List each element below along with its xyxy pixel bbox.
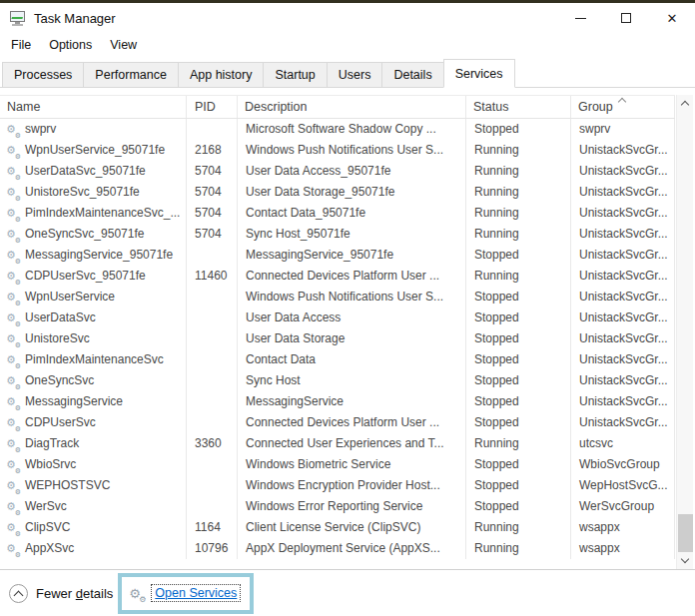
table-row[interactable]: ⚙⚙ WerSvc Windows Error Reporting Servic…	[0, 496, 675, 517]
maximize-button[interactable]	[603, 3, 649, 33]
minimize-icon	[575, 18, 586, 19]
cell-name: ⚙⚙ WerSvc	[0, 496, 187, 517]
tab[interactable]: Users	[328, 62, 383, 88]
cell-pid: 3360	[187, 433, 238, 454]
cell-description: Connected User Experiences and T...	[238, 433, 466, 454]
cell-status: Stopped	[466, 475, 571, 496]
cell-status: Running	[466, 266, 571, 287]
menu-item[interactable]: Options	[40, 35, 101, 55]
tab[interactable]: Details	[382, 62, 443, 88]
menu-item[interactable]: File	[2, 35, 40, 55]
service-gear-icon: ⚙⚙	[6, 415, 21, 430]
cell-group: UnistackSvcGr...	[571, 224, 675, 245]
cell-group: UnistackSvcGr...	[571, 328, 675, 349]
scroll-down-button[interactable]	[677, 552, 694, 569]
service-gear-icon: ⚙⚙	[6, 520, 21, 535]
table-row[interactable]: ⚙⚙ AppXSvc 10796 AppX Deployment Service…	[0, 538, 675, 559]
service-gear-icon: ⚙⚙	[6, 206, 21, 221]
column-header-pid[interactable]: PID	[187, 96, 238, 118]
cell-status: Stopped	[466, 119, 571, 140]
monitor-base-shape	[12, 24, 23, 26]
cell-pid	[187, 287, 238, 308]
table-row[interactable]: ⚙⚙ OneSyncSvc Sync Host Stopped Unistack…	[0, 370, 675, 391]
cell-status: Stopped	[466, 349, 571, 370]
table-row[interactable]: ⚙⚙ UnistoreSvc_95071fe 5704 User Data St…	[0, 182, 675, 203]
cell-pid	[187, 496, 238, 517]
service-gear-icon: ⚙⚙	[6, 478, 21, 493]
cell-name: ⚙⚙ swprv	[0, 119, 187, 140]
column-header-group[interactable]: Group	[571, 96, 675, 118]
minimize-button[interactable]	[557, 3, 603, 33]
column-header-name[interactable]: Name	[0, 96, 187, 118]
service-name: AppXSvc	[25, 538, 74, 559]
window-controls: ✕	[557, 3, 695, 33]
table-row[interactable]: ⚙⚙ CDPUserSvc_95071fe 11460 Connected De…	[0, 266, 675, 287]
fewer-details-toggle[interactable]: Fewer details	[9, 584, 113, 603]
table-row[interactable]: ⚙⚙ swprv Microsoft Software Shadow Copy …	[0, 119, 675, 140]
cell-status: Running	[466, 140, 571, 161]
scroll-up-button[interactable]	[677, 95, 694, 112]
cell-group: wsappx	[571, 517, 675, 538]
column-header-status[interactable]: Status	[466, 96, 571, 118]
cell-description: MessagingService	[238, 391, 466, 412]
service-name: MessagingService	[25, 391, 123, 412]
table-row[interactable]: ⚙⚙ MessagingService MessagingService Sto…	[0, 391, 675, 412]
cell-status: Stopped	[466, 391, 571, 412]
table-row[interactable]: ⚙⚙ MessagingService_95071fe MessagingSer…	[0, 245, 675, 266]
cell-status: Running	[466, 161, 571, 182]
table-row[interactable]: ⚙⚙ WpnUserService_95071fe 2168 Windows P…	[0, 140, 675, 161]
tab[interactable]: App history	[179, 62, 265, 88]
cell-pid	[187, 308, 238, 328]
cell-name: ⚙⚙ UnistoreSvc	[0, 328, 187, 349]
cell-status: Stopped	[466, 287, 571, 308]
table-row[interactable]: ⚙⚙ PimIndexMaintenanceSvc Contact Data S…	[0, 349, 675, 370]
scrollbar-thumb[interactable]	[678, 514, 693, 552]
green-wave-shape	[11, 15, 23, 19]
service-gear-icon: ⚙⚙	[6, 436, 21, 451]
table-row[interactable]: ⚙⚙ WEPHOSTSVC Windows Encryption Provide…	[0, 475, 675, 496]
collapse-chevron-icon	[9, 584, 28, 603]
service-name: PimIndexMaintenanceSvc_...	[25, 203, 180, 224]
service-gear-icon: ⚙⚙	[6, 541, 21, 556]
cell-name: ⚙⚙ AppXSvc	[0, 538, 187, 559]
table-row[interactable]: ⚙⚙ UnistoreSvc User Data Storage Stopped…	[0, 328, 675, 349]
table-row[interactable]: ⚙⚙ PimIndexMaintenanceSvc_... 5704 Conta…	[0, 203, 675, 224]
table-row[interactable]: ⚙⚙ ClipSVC 1164 Client License Service (…	[0, 517, 675, 538]
close-icon: ✕	[667, 12, 678, 25]
service-name: WpnUserService	[25, 287, 115, 308]
vertical-scrollbar[interactable]	[676, 95, 693, 569]
service-name: PimIndexMaintenanceSvc	[25, 349, 164, 370]
column-header-description[interactable]: Description	[238, 96, 466, 118]
service-name: WpnUserService_95071fe	[25, 140, 165, 161]
service-name: OneSyncSvc_95071fe	[25, 224, 144, 245]
service-name: WEPHOSTSVC	[25, 475, 110, 496]
service-name: UserDataSvc_95071fe	[25, 161, 146, 182]
menu-item[interactable]: View	[101, 35, 146, 55]
cell-group: swprv	[571, 119, 675, 140]
cell-pid: 1164	[187, 517, 238, 538]
service-name: UnistoreSvc	[25, 328, 90, 349]
service-name: UnistoreSvc_95071fe	[25, 182, 140, 203]
cell-group: UnistackSvcGr...	[571, 182, 675, 203]
table-row[interactable]: ⚙⚙ OneSyncSvc_95071fe 5704 Sync Host_950…	[0, 224, 675, 245]
open-services-highlight-box: ⚙⚙ Open Services	[118, 573, 254, 614]
table-row[interactable]: ⚙⚙ UserDataSvc User Data Access Stopped …	[0, 308, 675, 328]
table-row[interactable]: ⚙⚙ WbioSrvc Windows Biometric Service St…	[0, 454, 675, 475]
cell-description: Contact Data	[238, 349, 466, 370]
cell-name: ⚙⚙ WEPHOSTSVC	[0, 475, 187, 496]
table-row[interactable]: ⚙⚙ CDPUserSvc Connected Devices Platform…	[0, 412, 675, 433]
table-row[interactable]: ⚙⚙ DiagTrack 3360 Connected User Experie…	[0, 433, 675, 454]
tab[interactable]: Services	[443, 59, 515, 88]
tab[interactable]: Processes	[2, 62, 84, 88]
close-button[interactable]: ✕	[649, 3, 695, 33]
tab[interactable]: Performance	[84, 62, 179, 88]
service-gear-icon: ⚙⚙	[6, 352, 21, 367]
service-name: CDPUserSvc_95071fe	[25, 266, 146, 287]
cell-status: Running	[466, 517, 571, 538]
cell-group: UnistackSvcGr...	[571, 308, 675, 328]
cell-status: Stopped	[466, 328, 571, 349]
tab[interactable]: Startup	[264, 62, 327, 88]
table-row[interactable]: ⚙⚙ WpnUserService Windows Push Notificat…	[0, 287, 675, 308]
open-services-link[interactable]: Open Services	[151, 584, 241, 602]
table-row[interactable]: ⚙⚙ UserDataSvc_95071fe 5704 User Data Ac…	[0, 161, 675, 182]
